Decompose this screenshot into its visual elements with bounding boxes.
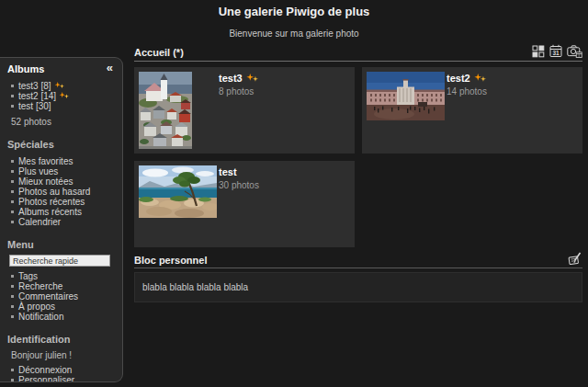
- sidebar-item-search[interactable]: Recherche: [18, 281, 62, 291]
- menu-list: Tags Recherche Commentaires À propos Not…: [11, 271, 115, 322]
- album-link-label: test [30]: [18, 101, 51, 111]
- sidebar-section-albums-title: Albums «: [7, 63, 115, 74]
- list-item: Notification: [11, 312, 115, 322]
- sidebar-item-recent-photos[interactable]: Photos récentes: [18, 197, 85, 207]
- sidebar-item-favorites[interactable]: Mes favorites: [18, 156, 73, 166]
- sidebar-item-best-rated[interactable]: Mieux notées: [18, 176, 73, 187]
- new-photos-icon: [54, 82, 65, 90]
- bullet-icon: [11, 305, 14, 308]
- sidebar-section-menu-title: Menu: [7, 239, 115, 250]
- bullet-icon: [11, 211, 14, 213]
- total-photos-count: 52 photos: [11, 117, 115, 127]
- sidebar-item-recent-albums[interactable]: Albums récents: [18, 207, 82, 217]
- sidebar-collapse-icon[interactable]: «: [107, 63, 113, 74]
- identification-list: Déconnexion Personnaliser Administration: [11, 365, 115, 382]
- album-photo-count: 14 photos: [447, 86, 487, 97]
- sidebar-section-specials-title: Spéciales: [7, 139, 115, 150]
- thumb-box: [139, 72, 214, 149]
- list-item: test2 [14]: [11, 91, 115, 101]
- list-item: Mieux notées: [11, 176, 115, 187]
- calendar-day-label: 31: [552, 50, 560, 56]
- list-item: Commentaires: [11, 291, 115, 302]
- album-thumbnail-test2[interactable]: [367, 72, 445, 120]
- bullet-icon: [11, 170, 14, 173]
- sidebar-item-most-viewed[interactable]: Plus vues: [18, 166, 58, 176]
- list-item: Calendrier: [11, 217, 115, 227]
- list-item: Photos récentes: [11, 197, 115, 207]
- bullet-icon: [11, 275, 14, 278]
- bullet-icon: [11, 180, 14, 183]
- bullet-icon: [11, 369, 14, 371]
- list-item: Plus vues: [11, 166, 115, 176]
- list-item: Photos au hasard: [11, 187, 115, 197]
- personal-block-title: Bloc personnel: [134, 255, 207, 266]
- thumb-box: [139, 165, 214, 243]
- album-thumbnail-test3[interactable]: [139, 72, 192, 149]
- sidebar-item-comments[interactable]: Commentaires: [18, 291, 78, 302]
- sidebar-item-test[interactable]: test [30]: [18, 101, 51, 111]
- list-item: Mes favorites: [11, 156, 115, 166]
- card-info: test3 8 photos: [219, 72, 259, 149]
- bullet-icon: [11, 190, 14, 193]
- album-thumbnail-test[interactable]: [139, 165, 217, 218]
- personal-block-text: blabla blabla blabla blabla: [142, 282, 248, 292]
- sidebar: Albums « test3 [8] test2 [14] test [30] …: [0, 57, 123, 382]
- album-card-test3[interactable]: test3 8 photos: [134, 67, 355, 154]
- album-link-label: test2 [14]: [18, 91, 56, 101]
- sidebar-item-calendar[interactable]: Calendrier: [18, 217, 61, 227]
- posted-date-calendar-icon[interactable]: 31: [549, 44, 562, 58]
- album-title-label: test2: [447, 73, 470, 84]
- quick-search-input[interactable]: [9, 255, 110, 267]
- sidebar-item-notification[interactable]: Notification: [18, 312, 63, 322]
- personal-block-header: Bloc personnel: [134, 252, 582, 268]
- bullet-icon: [11, 200, 14, 203]
- bullet-icon: [11, 160, 14, 163]
- greeting-text: Bonjour julien !: [11, 350, 115, 360]
- personal-block-content: blabla blabla blabla blabla: [134, 272, 582, 302]
- list-item: test3 [8]: [11, 81, 115, 91]
- album-card-test[interactable]: test 30 photos: [134, 161, 355, 247]
- list-item: Déconnexion: [11, 365, 115, 375]
- page-title: Une galerie Piwigo de plus: [0, 5, 588, 18]
- sidebar-item-about[interactable]: À propos: [18, 302, 55, 312]
- bullet-icon: [11, 85, 14, 87]
- card-info: test 30 photos: [219, 165, 259, 243]
- edit-note-icon[interactable]: [567, 252, 582, 266]
- list-item: test [30]: [11, 101, 115, 111]
- bullet-icon: [11, 285, 14, 288]
- list-item: Personnaliser: [11, 375, 115, 382]
- new-photos-icon: [59, 92, 70, 100]
- album-link-label: test3 [8]: [18, 81, 51, 91]
- specials-list: Mes favorites Plus vues Mieux notées Pho…: [11, 156, 115, 227]
- album-title-label: test3: [219, 73, 243, 84]
- sidebar-item-customize[interactable]: Personnaliser: [18, 375, 74, 382]
- album-title-test[interactable]: test: [219, 166, 259, 177]
- sidebar-item-test2[interactable]: test2 [14]: [18, 91, 70, 101]
- bullet-icon: [11, 295, 14, 298]
- album-card-test2[interactable]: test2 14 photos: [362, 67, 582, 154]
- album-photo-count: 30 photos: [219, 180, 259, 190]
- album-title-label: test: [219, 166, 237, 177]
- album-title-test3[interactable]: test3: [219, 73, 259, 84]
- view-toolbar: 31: [532, 44, 582, 58]
- bullet-icon: [11, 105, 14, 108]
- sidebar-item-random[interactable]: Photos au hasard: [18, 187, 90, 197]
- sidebar-section-identification-title: Identification: [7, 334, 115, 345]
- card-info: test2 14 photos: [447, 72, 487, 149]
- sidebar-item-test3[interactable]: test3 [8]: [18, 81, 65, 91]
- list-item: Albums récents: [11, 207, 115, 217]
- bullet-icon: [11, 95, 14, 97]
- album-title-test2[interactable]: test2: [447, 73, 487, 84]
- new-photos-icon: [246, 74, 259, 84]
- main-content: Accueil (*) 31: [134, 44, 582, 302]
- sidebar-item-tags[interactable]: Tags: [18, 271, 38, 281]
- sidebar-item-logout[interactable]: Déconnexion: [18, 365, 72, 375]
- albums-list: test3 [8] test2 [14] test [30]: [11, 81, 115, 111]
- created-date-camera-icon[interactable]: [567, 44, 582, 58]
- display-modes-icon[interactable]: [532, 45, 545, 58]
- new-photos-icon: [474, 74, 487, 84]
- breadcrumb-bar: Accueil (*) 31: [134, 44, 582, 62]
- list-item: À propos: [11, 302, 115, 312]
- breadcrumb[interactable]: Accueil (*): [134, 47, 184, 58]
- albums-title-label: Albums: [7, 63, 44, 74]
